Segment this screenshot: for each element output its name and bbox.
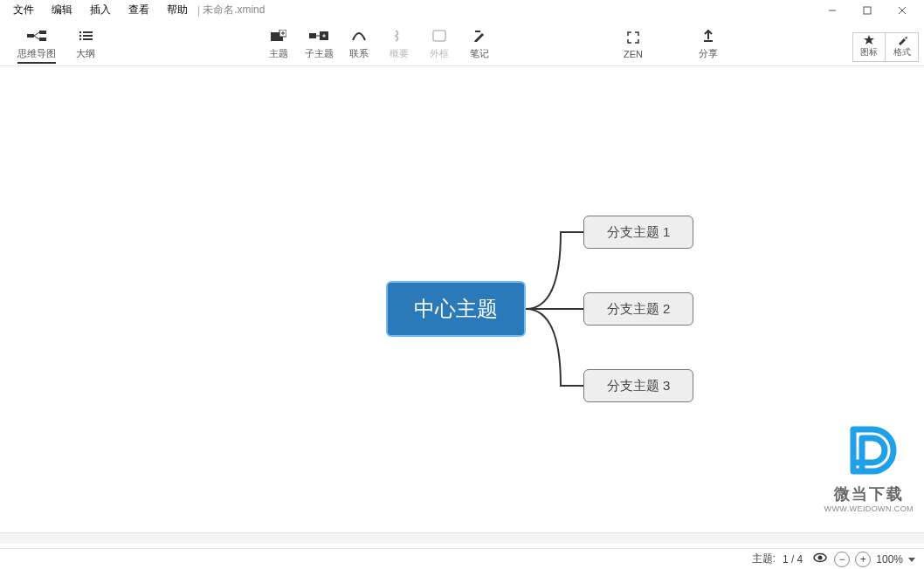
watermark-text1: 微当下载 — [824, 483, 914, 504]
horizontal-scrollbar-thumb[interactable] — [10, 535, 45, 542]
topic-counter-label: 主题: — [752, 552, 776, 566]
boundary-icon — [432, 28, 446, 44]
svg-rect-1 — [864, 7, 871, 14]
svg-rect-8 — [39, 38, 46, 41]
watermark: 微当下载 WWW.WEIDOWN.COM — [824, 419, 914, 513]
connectors — [526, 216, 587, 403]
relation-icon — [351, 28, 367, 44]
svg-line-6 — [34, 36, 39, 39]
view-outline-label: 大纲 — [76, 47, 95, 60]
relation-button[interactable]: 联系 — [339, 24, 379, 65]
zen-button[interactable]: ZEN — [613, 24, 653, 65]
share-label: 分享 — [699, 47, 718, 60]
svg-rect-4 — [27, 34, 34, 38]
summary-label: 概要 — [390, 47, 409, 60]
central-topic[interactable]: 中心主题 — [386, 281, 526, 337]
mindmap-icon — [27, 28, 46, 44]
branch-topic-2[interactable]: 分支主题 2 — [583, 292, 693, 326]
share-icon — [702, 28, 714, 44]
zoom-out-button[interactable]: − — [834, 552, 850, 567]
menu-view[interactable]: 查看 — [120, 0, 158, 20]
window-controls — [815, 0, 920, 21]
view-outline-button[interactable]: 大纲 — [61, 24, 110, 65]
svg-rect-7 — [39, 31, 46, 34]
topic-counter-value: 1 / 4 — [783, 553, 803, 566]
zen-icon — [627, 30, 639, 45]
notes-icon — [473, 28, 486, 44]
boundary-label: 外框 — [430, 47, 449, 60]
subtopic-label: 子主题 — [305, 47, 334, 60]
right-panel-toggles: 图标 格式 — [852, 27, 919, 62]
close-button[interactable] — [885, 0, 920, 21]
svg-rect-19 — [309, 33, 316, 38]
zen-label: ZEN — [624, 49, 643, 59]
format-panel-label: 格式 — [893, 46, 911, 58]
share-button[interactable]: 分享 — [688, 24, 728, 65]
notes-label: 笔记 — [470, 47, 489, 60]
icons-panel-label: 图标 — [860, 46, 878, 58]
topic-icon — [271, 28, 286, 44]
zoom-dropdown-icon[interactable] — [908, 553, 915, 566]
document-title: 未命名.xmind — [203, 3, 265, 17]
svg-point-9 — [79, 31, 81, 33]
format-icon — [897, 35, 907, 45]
icons-panel-button[interactable]: 图标 — [852, 32, 886, 62]
svg-rect-24 — [433, 31, 445, 41]
canvas[interactable]: 中心主题 分支主题 1 分支主题 2 分支主题 3 微当下载 WWW.WEIDO… — [0, 66, 924, 548]
visibility-icon[interactable] — [813, 552, 827, 566]
menu-file[interactable]: 文件 — [4, 0, 43, 20]
statusbar: 主题: 1 / 4 − + 100% — [0, 548, 924, 569]
subtopic-button[interactable]: 子主题 — [299, 24, 339, 65]
subtopic-icon — [309, 28, 328, 44]
menu-edit[interactable]: 编辑 — [43, 0, 81, 20]
svg-point-11 — [79, 35, 81, 37]
topic-label: 主题 — [269, 47, 288, 60]
outline-icon — [79, 28, 93, 44]
maximize-button[interactable] — [850, 0, 885, 21]
boundary-button[interactable]: 外框 — [419, 24, 459, 65]
star-icon — [864, 35, 874, 45]
relation-label: 联系 — [349, 47, 369, 60]
svg-point-29 — [818, 556, 823, 560]
minimize-button[interactable] — [815, 0, 850, 21]
watermark-text2: WWW.WEIDOWN.COM — [824, 504, 914, 513]
view-mindmap-button[interactable]: 思维导图 — [12, 24, 61, 65]
topic-button[interactable]: 主题 — [259, 24, 299, 65]
branch-topic-1[interactable]: 分支主题 1 — [583, 216, 693, 249]
zoom-in-button[interactable]: + — [855, 552, 871, 567]
view-mindmap-label: 思维导图 — [17, 47, 56, 64]
summary-button[interactable]: 概要 — [379, 24, 419, 65]
menu-insert[interactable]: 插入 — [81, 0, 120, 20]
notes-button[interactable]: 笔记 — [459, 24, 500, 65]
branch-topic-3[interactable]: 分支主题 3 — [583, 369, 693, 402]
zoom-controls: − + 100% — [834, 552, 915, 567]
watermark-logo-icon — [838, 419, 900, 482]
svg-point-13 — [79, 38, 81, 40]
menubar-divider: | — [197, 4, 200, 17]
svg-line-5 — [34, 32, 39, 36]
menubar: 文件 编辑 插入 查看 帮助 | 未命名.xmind — [0, 0, 924, 21]
menu-help[interactable]: 帮助 — [158, 0, 197, 20]
toolbar: 思维导图 大纲 主题 子主题 联系 概要 外框 笔记 — [0, 21, 924, 66]
format-panel-button[interactable]: 格式 — [886, 32, 919, 62]
summary-icon — [393, 28, 405, 44]
zoom-value[interactable]: 100% — [876, 553, 903, 566]
